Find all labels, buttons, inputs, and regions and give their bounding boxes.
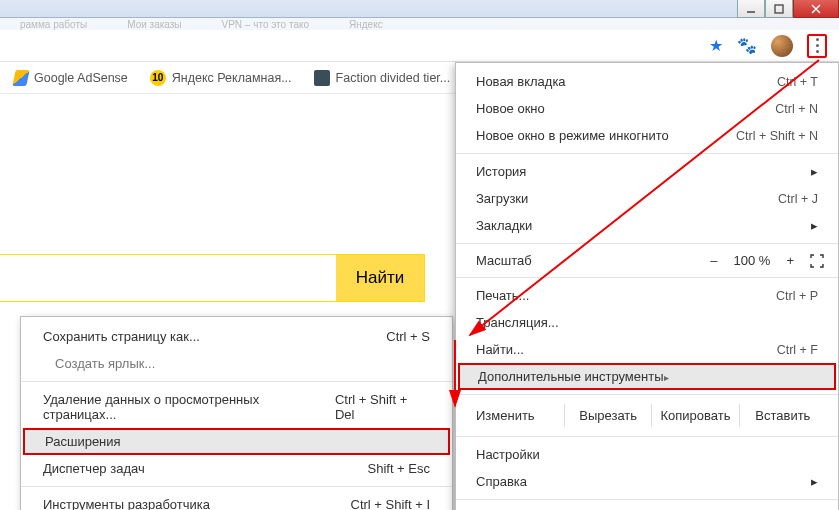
window-titlebar — [0, 0, 839, 18]
submenu-label: Инструменты разработчика — [43, 497, 210, 510]
yandex-icon: 10 — [150, 70, 166, 86]
window-maximize-button[interactable] — [765, 0, 793, 18]
submenu-task-manager[interactable]: Диспетчер задач Shift + Esc — [21, 455, 452, 482]
faction-icon — [314, 70, 330, 86]
menu-label: История — [476, 164, 526, 179]
menu-label: Дополнительные инструменты — [478, 369, 664, 384]
bookmark-label: Google AdSense — [34, 71, 128, 85]
menu-edit-row: Изменить Вырезать Копировать Вставить — [456, 399, 838, 432]
menu-shortcut: Ctrl + J — [778, 192, 818, 206]
menu-label: Настройки — [476, 447, 540, 462]
menu-find[interactable]: Найти...Ctrl + F — [456, 336, 838, 363]
menu-separator — [456, 153, 838, 154]
submenu-create-shortcut[interactable]: Создать ярлык... — [21, 350, 452, 377]
menu-label: Закладки — [476, 218, 532, 233]
menu-history[interactable]: История▸ — [456, 158, 838, 185]
tab[interactable]: рамма работы — [20, 19, 87, 30]
menu-exit[interactable]: Выход — [456, 504, 838, 510]
menu-separator — [456, 243, 838, 244]
submenu-shortcut: Ctrl + Shift + I — [351, 497, 430, 510]
tab[interactable]: Мои заказы — [127, 19, 181, 30]
menu-shortcut: Ctrl + T — [777, 75, 818, 89]
zoom-value: 100 % — [734, 253, 771, 268]
menu-button[interactable] — [807, 34, 827, 58]
bookmark-faction[interactable]: Faction divided tier... — [314, 70, 451, 86]
edit-copy-button[interactable]: Копировать — [651, 404, 738, 427]
adsense-icon — [12, 70, 29, 86]
profile-avatar[interactable] — [771, 35, 793, 57]
menu-label: Новое окно — [476, 101, 545, 116]
menu-new-tab[interactable]: Новая вкладкаCtrl + T — [456, 68, 838, 95]
submenu-shortcut: Ctrl + S — [386, 329, 430, 344]
menu-separator — [456, 277, 838, 278]
bookmark-adsense[interactable]: Google AdSense — [14, 70, 128, 86]
submenu-separator — [21, 486, 452, 487]
menu-label: Масштаб — [476, 253, 710, 268]
menu-cast[interactable]: Трансляция... — [456, 309, 838, 336]
menu-shortcut: Ctrl + P — [776, 289, 818, 303]
tab[interactable]: Яндекс — [349, 19, 383, 30]
search-button[interactable]: Найти — [336, 255, 424, 301]
submenu-shortcut: Ctrl + Shift + Del — [335, 392, 430, 422]
zoom-in-button[interactable]: + — [786, 253, 794, 268]
main-menu: Новая вкладкаCtrl + T Новое окноCtrl + N… — [455, 62, 839, 510]
bookmark-label: Faction divided tier... — [336, 71, 451, 85]
window-close-button[interactable] — [793, 0, 839, 18]
menu-label: Новое окно в режиме инкогнито — [476, 128, 669, 143]
submenu-label: Сохранить страницу как... — [43, 329, 200, 344]
submenu-label: Расширения — [45, 434, 121, 449]
menu-separator — [456, 499, 838, 500]
chevron-right-icon: ▸ — [811, 218, 818, 233]
tab-strip: рамма работы Мои заказы VPN – что это та… — [0, 18, 839, 30]
menu-incognito[interactable]: Новое окно в режиме инкогнитоCtrl + Shif… — [456, 122, 838, 149]
menu-separator — [456, 436, 838, 437]
submenu-label: Диспетчер задач — [43, 461, 145, 476]
menu-zoom: Масштаб – 100 % + — [456, 248, 838, 273]
menu-label: Печать... — [476, 288, 529, 303]
menu-separator — [456, 394, 838, 395]
menu-print[interactable]: Печать...Ctrl + P — [456, 282, 838, 309]
edit-paste-button[interactable]: Вставить — [739, 404, 826, 427]
chevron-right-icon: ▸ — [811, 474, 818, 489]
menu-downloads[interactable]: ЗагрузкиCtrl + J — [456, 185, 838, 212]
zoom-out-button[interactable]: – — [710, 253, 717, 268]
browser-toolbar: ★ 🐾 — [0, 30, 839, 62]
tab[interactable]: VPN – что это тако — [222, 19, 309, 30]
menu-label: Найти... — [476, 342, 524, 357]
more-tools-submenu: Сохранить страницу как... Ctrl + S Созда… — [20, 316, 453, 510]
menu-shortcut: Ctrl + N — [775, 102, 818, 116]
search-input[interactable] — [0, 255, 336, 301]
submenu-separator — [21, 381, 452, 382]
extension-icon[interactable]: 🐾 — [737, 36, 757, 55]
menu-settings[interactable]: Настройки — [456, 441, 838, 468]
menu-help[interactable]: Справка▸ — [456, 468, 838, 495]
bookmark-star-icon[interactable]: ★ — [709, 36, 723, 55]
submenu-shortcut: Shift + Esc — [368, 461, 431, 476]
menu-more-tools[interactable]: Дополнительные инструменты▸ — [458, 363, 836, 390]
bookmark-yandex-ad[interactable]: 10 Яндекс Рекламная... — [150, 70, 292, 86]
menu-label: Изменить — [476, 408, 564, 423]
menu-label: Новая вкладка — [476, 74, 566, 89]
menu-new-window[interactable]: Новое окноCtrl + N — [456, 95, 838, 122]
submenu-save-page[interactable]: Сохранить страницу как... Ctrl + S — [21, 323, 452, 350]
submenu-dev-tools[interactable]: Инструменты разработчика Ctrl + Shift + … — [21, 491, 452, 510]
edit-cut-button[interactable]: Вырезать — [564, 404, 651, 427]
chevron-right-icon: ▸ — [664, 372, 669, 383]
window-minimize-button[interactable] — [737, 0, 765, 18]
chevron-right-icon: ▸ — [811, 164, 818, 179]
menu-label: Справка — [476, 474, 527, 489]
search-bar: Найти — [0, 254, 425, 302]
fullscreen-icon[interactable] — [810, 254, 824, 268]
menu-shortcut: Ctrl + F — [777, 343, 818, 357]
menu-label: Загрузки — [476, 191, 528, 206]
bookmark-label: Яндекс Рекламная... — [172, 71, 292, 85]
submenu-label: Создать ярлык... — [55, 356, 155, 371]
submenu-clear-data[interactable]: Удаление данных о просмотренных страница… — [21, 386, 452, 428]
menu-bookmarks[interactable]: Закладки▸ — [456, 212, 838, 239]
submenu-label: Удаление данных о просмотренных страница… — [43, 392, 335, 422]
svg-rect-1 — [775, 5, 783, 13]
submenu-extensions[interactable]: Расширения — [23, 428, 450, 455]
menu-label: Трансляция... — [476, 315, 559, 330]
menu-shortcut: Ctrl + Shift + N — [736, 129, 818, 143]
